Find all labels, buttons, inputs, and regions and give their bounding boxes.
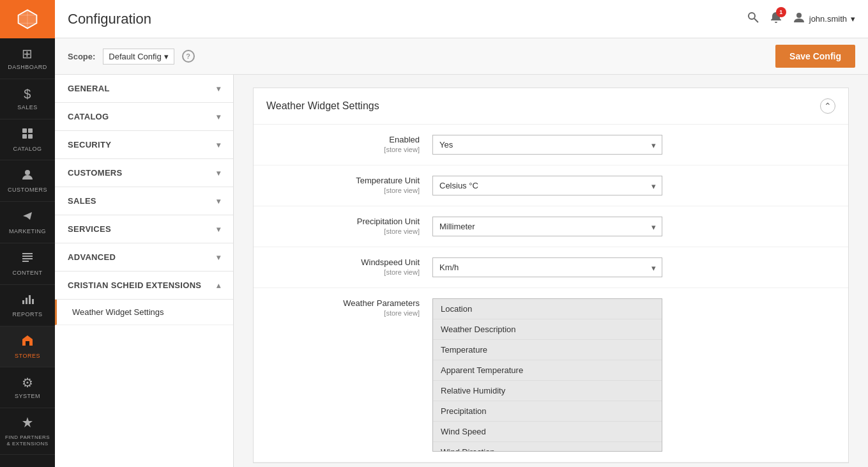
precipitation-unit-row: Precipitation Unit [store view] Millimet… — [254, 206, 848, 247]
config-nav-customers[interactable]: CUSTOMERS ▾ — [55, 159, 233, 187]
sidebar-item-label: REPORTS — [13, 311, 43, 318]
config-nav-customers-label: CUSTOMERS — [68, 168, 123, 178]
config-nav: GENERAL ▾ CATALOG ▾ SECURITY ▾ CUSTOMERS… — [55, 75, 234, 467]
svg-rect-9 — [22, 300, 24, 304]
svg-point-14 — [749, 13, 755, 19]
config-nav-general[interactable]: GENERAL ▾ — [55, 75, 233, 103]
list-item[interactable]: Relative Humidity — [433, 381, 662, 401]
sidebar-item-find-partners[interactable]: FIND PARTNERS & EXTENSIONS — [0, 408, 55, 455]
marketing-icon — [21, 210, 34, 226]
chevron-down-icon: ▾ — [217, 197, 220, 206]
svg-rect-0 — [22, 128, 27, 133]
sidebar-item-marketing[interactable]: MARKETING — [0, 202, 55, 243]
config-nav-cristian-scheid[interactable]: CRISTIAN SCHEID EXTENSIONS ▴ — [55, 272, 233, 300]
notification-badge: 1 — [776, 7, 786, 17]
windspeed-unit-sublabel: [store view] — [266, 268, 420, 276]
scope-label: Scope: — [68, 52, 95, 61]
list-item[interactable]: Apparent Temperature — [433, 360, 662, 381]
sidebar-item-stores[interactable]: STORES — [0, 326, 55, 368]
windspeed-unit-label-col: Windspeed Unit [store view] — [266, 257, 432, 276]
sidebar-item-sales[interactable]: $ SALES — [0, 79, 55, 119]
sidebar-item-dashboard[interactable]: ⊞ DASHBOARD — [0, 38, 55, 79]
config-nav-security[interactable]: SECURITY ▾ — [55, 131, 233, 159]
temperature-unit-select-wrapper[interactable]: Celsius °C Fahrenheit °F — [432, 176, 662, 195]
sidebar-logo — [0, 0, 55, 38]
user-avatar-icon — [793, 11, 805, 27]
enabled-select-wrapper[interactable]: Yes No — [432, 135, 662, 155]
precipitation-unit-sublabel: [store view] — [266, 227, 420, 235]
config-nav-sales[interactable]: SALES ▾ — [55, 187, 233, 215]
svg-rect-10 — [26, 298, 27, 304]
svg-line-15 — [754, 19, 758, 22]
svg-rect-2 — [22, 134, 27, 139]
svg-rect-3 — [28, 134, 33, 139]
notifications-button[interactable]: 1 — [770, 11, 782, 27]
sidebar-item-catalog[interactable]: CATALOG — [0, 119, 55, 161]
config-nav-services[interactable]: SERVICES ▾ — [55, 215, 233, 243]
precipitation-unit-select[interactable]: Millimeter Inch — [432, 217, 662, 236]
precipitation-unit-label: Precipitation Unit — [266, 217, 420, 226]
sidebar-item-reports[interactable]: REPORTS — [0, 285, 55, 326]
svg-rect-1 — [28, 128, 33, 133]
scope-value: Default Config — [109, 52, 161, 61]
config-nav-security-label: SECURITY — [68, 140, 111, 149]
sidebar-item-system[interactable]: ⚙ SYSTEM — [0, 367, 55, 408]
precipitation-unit-control: Millimeter Inch — [432, 217, 835, 236]
list-item[interactable]: Location — [433, 299, 662, 319]
svg-rect-13 — [26, 341, 29, 346]
reports-icon — [21, 293, 34, 309]
user-dropdown-icon: ▾ — [851, 14, 855, 24]
sidebar-item-label: CUSTOMERS — [8, 187, 47, 194]
search-icon[interactable] — [747, 11, 759, 27]
user-menu-button[interactable]: john.smith ▾ — [793, 11, 855, 27]
list-item[interactable]: Wind Speed — [433, 422, 662, 442]
sales-icon: $ — [24, 87, 31, 102]
windspeed-unit-select[interactable]: Km/h Mph — [432, 257, 662, 277]
svg-rect-6 — [22, 256, 33, 257]
content-icon — [21, 251, 34, 267]
list-item[interactable]: Temperature — [433, 340, 662, 360]
weather-parameters-label: Weather Parameters — [266, 298, 420, 308]
scope-dropdown[interactable]: Default Config ▾ — [103, 49, 174, 65]
chevron-down-icon: ▾ — [217, 253, 220, 262]
config-nav-catalog-label: CATALOG — [68, 112, 109, 121]
catalog-icon — [21, 127, 34, 143]
weather-parameters-label-col: Weather Parameters [store view] — [266, 298, 432, 317]
config-nav-catalog[interactable]: CATALOG ▾ — [55, 103, 233, 131]
temperature-unit-select[interactable]: Celsius °C Fahrenheit °F — [432, 176, 662, 195]
save-config-button[interactable]: Save Config — [775, 45, 855, 68]
scope-help-button[interactable]: ? — [182, 50, 195, 63]
chevron-down-icon: ▾ — [217, 141, 220, 149]
sidebar: ⊞ DASHBOARD $ SALES CATALOG CUSTOMERS MA… — [0, 0, 55, 467]
enabled-select[interactable]: Yes No — [432, 135, 662, 155]
weather-parameters-multiselect[interactable]: LocationWeather DescriptionTemperatureAp… — [432, 298, 662, 452]
chevron-down-icon: ▾ — [217, 84, 220, 93]
system-icon: ⚙ — [22, 375, 34, 390]
weather-parameters-sublabel: [store view] — [266, 309, 420, 317]
config-nav-sales-label: SALES — [68, 196, 96, 206]
weather-parameters-row: Weather Parameters [store view] Location… — [254, 288, 848, 463]
svg-point-4 — [25, 170, 30, 175]
weather-parameters-control: LocationWeather DescriptionTemperatureAp… — [432, 298, 835, 452]
list-item[interactable]: Weather Description — [433, 319, 662, 340]
chevron-up-icon: ⌃ — [824, 101, 832, 111]
config-nav-advanced[interactable]: ADVANCED ▾ — [55, 243, 233, 272]
main-content: Configuration 1 john.smith ▾ Scope: Defa… — [55, 0, 868, 467]
list-item[interactable]: Wind Direction — [433, 442, 662, 452]
section-header: Weather Widget Settings ⌃ — [254, 88, 848, 125]
windspeed-unit-select-wrapper[interactable]: Km/h Mph — [432, 257, 662, 277]
chevron-down-icon: ▾ — [217, 169, 220, 178]
enabled-control: Yes No — [432, 135, 835, 155]
enabled-label: Enabled — [266, 135, 420, 144]
section-collapse-button[interactable]: ⌃ — [820, 98, 835, 114]
config-nav-weather-widget[interactable]: Weather Widget Settings — [55, 300, 233, 325]
sidebar-item-label: CATALOG — [13, 146, 42, 153]
precipitation-unit-select-wrapper[interactable]: Millimeter Inch — [432, 217, 662, 236]
sidebar-item-customers[interactable]: CUSTOMERS — [0, 160, 55, 202]
windspeed-unit-control: Km/h Mph — [432, 257, 835, 277]
sidebar-item-label: CONTENT — [13, 270, 43, 277]
temperature-unit-row: Temperature Unit [store view] Celsius °C… — [254, 165, 848, 206]
sidebar-item-content[interactable]: CONTENT — [0, 243, 55, 285]
topbar: Configuration 1 john.smith ▾ — [55, 0, 868, 38]
list-item[interactable]: Precipitation — [433, 401, 662, 422]
